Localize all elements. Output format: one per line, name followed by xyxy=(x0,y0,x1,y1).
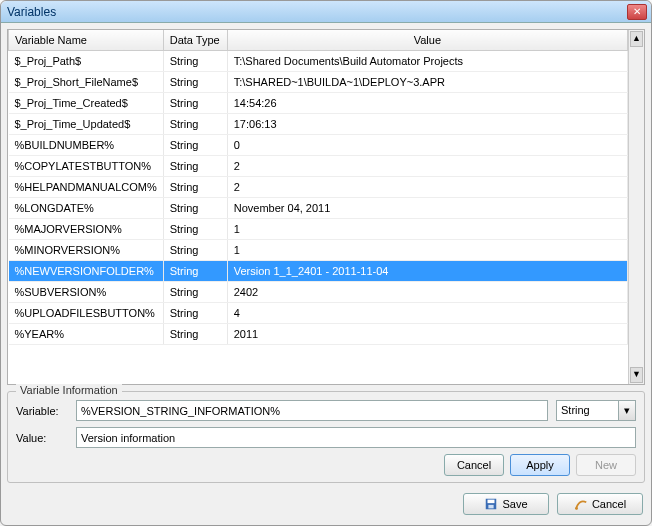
scroll-up-icon[interactable]: ▲ xyxy=(630,31,643,47)
table-row[interactable]: %MINORVERSION%String1 xyxy=(9,240,628,261)
grid-header-row: Variable Name Data Type Value xyxy=(9,30,628,51)
cell-name: %COPYLATESTBUTTON% xyxy=(9,156,164,177)
info-cancel-button[interactable]: Cancel xyxy=(444,454,504,476)
table-row[interactable]: %SUBVERSION%String2402 xyxy=(9,282,628,303)
value-label: Value: xyxy=(16,432,68,444)
cell-value: T:\Shared Documents\Build Automator Proj… xyxy=(227,51,627,72)
cell-name: %LONGDATE% xyxy=(9,198,164,219)
cell-value: November 04, 2011 xyxy=(227,198,627,219)
save-button-label: Save xyxy=(502,498,527,510)
cell-name: $_Proj_Time_Updated$ xyxy=(9,114,164,135)
table-row[interactable]: $_Proj_Time_Created$String14:54:26 xyxy=(9,93,628,114)
svg-rect-1 xyxy=(488,500,495,504)
cell-name: %MAJORVERSION% xyxy=(9,219,164,240)
cell-value: 2 xyxy=(227,156,627,177)
cell-type: String xyxy=(163,261,227,282)
table-row[interactable]: %HELPANDMANUALCOM%String2 xyxy=(9,177,628,198)
save-icon xyxy=(484,497,498,511)
cell-value: 1 xyxy=(227,240,627,261)
cell-type: String xyxy=(163,51,227,72)
cell-value: Version 1_1_2401 - 2011-11-04 xyxy=(227,261,627,282)
cell-type: String xyxy=(163,219,227,240)
close-icon[interactable]: ✕ xyxy=(627,4,647,20)
table-row[interactable]: %NEWVERSIONFOLDER%StringVersion 1_1_2401… xyxy=(9,261,628,282)
chevron-down-icon[interactable]: ▾ xyxy=(619,400,636,421)
cell-value: 2011 xyxy=(227,324,627,345)
cell-name: %NEWVERSIONFOLDER% xyxy=(9,261,164,282)
cell-type: String xyxy=(163,93,227,114)
cell-type: String xyxy=(163,324,227,345)
cell-name: %YEAR% xyxy=(9,324,164,345)
titlebar[interactable]: Variables ✕ xyxy=(1,1,651,23)
cell-value: 2402 xyxy=(227,282,627,303)
scroll-track[interactable] xyxy=(629,48,644,366)
cell-value: 1 xyxy=(227,219,627,240)
cell-value: 2 xyxy=(227,177,627,198)
cell-type: String xyxy=(163,135,227,156)
cell-type: String xyxy=(163,72,227,93)
scrollbar[interactable]: ▲ ▼ xyxy=(628,30,644,384)
info-apply-button[interactable]: Apply xyxy=(510,454,570,476)
svg-rect-2 xyxy=(489,505,494,509)
dialog-footer: Save Cancel xyxy=(7,489,645,519)
table-row[interactable]: $_Proj_Short_FileName$StringT:\SHARED~1\… xyxy=(9,72,628,93)
table-row[interactable]: %COPYLATESTBUTTON%String2 xyxy=(9,156,628,177)
cell-type: String xyxy=(163,282,227,303)
variables-dialog: Variables ✕ Variable Name Data Type Valu… xyxy=(0,0,652,526)
cell-value: 17:06:13 xyxy=(227,114,627,135)
dropdown-value: String xyxy=(556,400,619,421)
cell-name: %SUBVERSION% xyxy=(9,282,164,303)
table-row[interactable]: $_Proj_Time_Updated$String17:06:13 xyxy=(9,114,628,135)
variables-grid[interactable]: Variable Name Data Type Value $_Proj_Pat… xyxy=(7,29,645,385)
table-row[interactable]: %BUILDNUMBER%String0 xyxy=(9,135,628,156)
variable-information-group: Variable Information Variable: String ▾ … xyxy=(7,391,645,483)
cancel-button-label: Cancel xyxy=(592,498,626,510)
table-row[interactable]: %MAJORVERSION%String1 xyxy=(9,219,628,240)
cell-value: 14:54:26 xyxy=(227,93,627,114)
table-row[interactable]: %UPLOADFILESBUTTON%String4 xyxy=(9,303,628,324)
svg-point-3 xyxy=(575,507,578,510)
variable-type-dropdown[interactable]: String ▾ xyxy=(556,400,636,421)
variable-name-input[interactable] xyxy=(76,400,548,421)
cell-type: String xyxy=(163,303,227,324)
cell-value: T:\SHARED~1\BUILDA~1\DEPLOY~3.APR xyxy=(227,72,627,93)
variable-value-input[interactable] xyxy=(76,427,636,448)
variable-label: Variable: xyxy=(16,405,68,417)
table-row[interactable]: %YEAR%String2011 xyxy=(9,324,628,345)
cell-type: String xyxy=(163,198,227,219)
scroll-down-icon[interactable]: ▼ xyxy=(630,367,643,383)
column-header-value[interactable]: Value xyxy=(227,30,627,51)
cancel-icon xyxy=(574,497,588,511)
cell-type: String xyxy=(163,114,227,135)
cell-name: $_Proj_Path$ xyxy=(9,51,164,72)
cell-name: $_Proj_Time_Created$ xyxy=(9,93,164,114)
cell-type: String xyxy=(163,240,227,261)
info-new-button: New xyxy=(576,454,636,476)
column-header-type[interactable]: Data Type xyxy=(163,30,227,51)
table-row[interactable]: %LONGDATE%StringNovember 04, 2011 xyxy=(9,198,628,219)
table-row[interactable]: $_Proj_Path$StringT:\Shared Documents\Bu… xyxy=(9,51,628,72)
window-title: Variables xyxy=(5,5,627,19)
column-header-name[interactable]: Variable Name xyxy=(9,30,164,51)
cell-name: %HELPANDMANUALCOM% xyxy=(9,177,164,198)
cell-name: %UPLOADFILESBUTTON% xyxy=(9,303,164,324)
cell-name: %BUILDNUMBER% xyxy=(9,135,164,156)
cell-value: 4 xyxy=(227,303,627,324)
save-button[interactable]: Save xyxy=(463,493,549,515)
cell-name: $_Proj_Short_FileName$ xyxy=(9,72,164,93)
group-title: Variable Information xyxy=(16,384,122,396)
cell-type: String xyxy=(163,177,227,198)
dialog-body: Variable Name Data Type Value $_Proj_Pat… xyxy=(1,23,651,525)
cell-name: %MINORVERSION% xyxy=(9,240,164,261)
cell-type: String xyxy=(163,156,227,177)
cell-value: 0 xyxy=(227,135,627,156)
cancel-button[interactable]: Cancel xyxy=(557,493,643,515)
